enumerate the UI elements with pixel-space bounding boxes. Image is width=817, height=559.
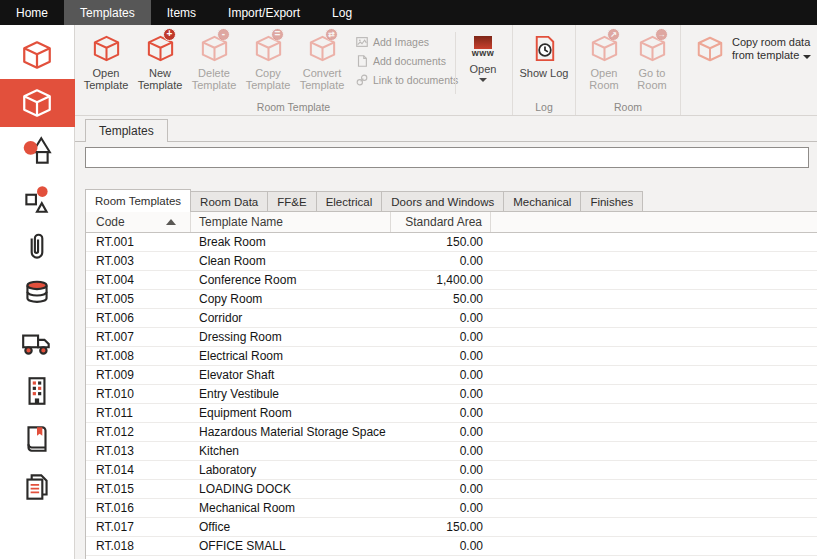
- column-header-standard-area[interactable]: Standard Area: [391, 212, 491, 232]
- tab-finishes[interactable]: Finishes: [581, 191, 643, 212]
- row-standard-area: 0.00: [391, 482, 491, 496]
- row-standard-area: 150.00: [391, 520, 491, 534]
- top-menubar: Home Templates Items Import/Export Log: [0, 0, 817, 25]
- row-template-name: Corridor: [191, 311, 391, 325]
- copy-badge-icon: [271, 28, 284, 41]
- row-standard-area: 0.00: [391, 330, 491, 344]
- templates-table: Code Template Name Standard Area RT.001B…: [85, 211, 817, 559]
- open-room-button[interactable]: Open Room: [580, 28, 628, 92]
- convert-template-button[interactable]: Convert Template: [295, 28, 349, 92]
- tab-doors-and-windows[interactable]: Doors and Windows: [382, 191, 504, 212]
- row-standard-area: 0.00: [391, 539, 491, 553]
- row-standard-area: 0.00: [391, 368, 491, 382]
- tab-electrical[interactable]: Electrical: [317, 191, 383, 212]
- table-row[interactable]: RT.001Break Room150.00: [86, 233, 817, 252]
- table-row[interactable]: RT.018OFFICE SMALL0.00: [86, 537, 817, 556]
- column-header-template-name[interactable]: Template Name: [191, 212, 391, 232]
- document-icon: [355, 54, 369, 68]
- filter-input[interactable]: [85, 147, 809, 168]
- tab-room-data[interactable]: Room Data: [191, 191, 268, 212]
- show-log-button[interactable]: Show Log: [517, 28, 571, 79]
- row-code: RT.010: [86, 387, 191, 401]
- sidebar-item-finance[interactable]: [0, 271, 75, 319]
- www-label: www: [472, 49, 495, 58]
- document-tab-templates[interactable]: Templates: [85, 119, 168, 142]
- row-standard-area: 150.00: [391, 235, 491, 249]
- table-row[interactable]: RT.003Clean Room0.00: [86, 252, 817, 271]
- sidebar-item-logistics[interactable]: [0, 319, 75, 367]
- link-icon: [355, 73, 369, 87]
- ribbon-group-room-template: Open Template New Template Delete Templa…: [75, 25, 513, 115]
- delete-template-button[interactable]: Delete Template: [187, 28, 241, 92]
- sidebar-item-items[interactable]: [0, 175, 75, 223]
- convert-template-label: Convert Template: [295, 67, 349, 92]
- application-window: Home Templates Items Import/Export Log: [0, 0, 817, 559]
- table-row[interactable]: RT.013Kitchen0.00: [86, 442, 817, 461]
- sort-ascending-icon: [166, 219, 176, 225]
- table-row[interactable]: RT.004Conference Room1,400.00: [86, 271, 817, 290]
- sidebar-item-catalog[interactable]: [0, 415, 75, 463]
- row-code: RT.008: [86, 349, 191, 363]
- column-header-code[interactable]: Code: [86, 212, 191, 232]
- link-to-documents-button[interactable]: Link to documents: [355, 73, 450, 87]
- open-template-button[interactable]: Open Template: [79, 28, 133, 92]
- copy-room-data-button[interactable]: Copy room data from template: [685, 28, 817, 64]
- table-row[interactable]: RT.007Dressing Room0.00: [86, 328, 817, 347]
- menu-home[interactable]: Home: [0, 0, 64, 25]
- tab-room-templates[interactable]: Room Templates: [85, 189, 191, 212]
- table-row[interactable]: RT.015LOADING DOCK0.00: [86, 480, 817, 499]
- sidebar-item-rooms[interactable]: [0, 31, 75, 79]
- row-code: RT.018: [86, 539, 191, 553]
- table-row[interactable]: RT.017Office150.00: [86, 518, 817, 537]
- add-images-button[interactable]: Add Images: [355, 35, 450, 49]
- cube-active-icon: [20, 86, 54, 120]
- table-row[interactable]: RT.012Hazardous Material Storage Space0.…: [86, 423, 817, 442]
- sidebar-item-buildings[interactable]: [0, 367, 75, 415]
- sidebar-item-templates[interactable]: [0, 79, 75, 127]
- new-template-button[interactable]: New Template: [133, 28, 187, 92]
- show-log-label: Show Log: [520, 67, 569, 79]
- row-standard-area: 0.00: [391, 387, 491, 401]
- cube-icon: [91, 33, 122, 64]
- table-row[interactable]: RT.006Corridor0.00: [86, 309, 817, 328]
- menu-import-export[interactable]: Import/Export: [212, 0, 316, 25]
- row-code: RT.006: [86, 311, 191, 325]
- table-row[interactable]: RT.009Elevator Shaft0.00: [86, 366, 817, 385]
- table-row[interactable]: RT.014Laboratory0.00: [86, 461, 817, 480]
- tab-mechanical[interactable]: Mechanical: [504, 191, 581, 212]
- tab-ffe[interactable]: FF&E: [268, 191, 316, 212]
- table-row[interactable]: RT.011Equipment Room0.00: [86, 404, 817, 423]
- www-open-icon: www: [466, 31, 500, 61]
- minus-badge-icon: [217, 28, 230, 41]
- row-template-name: Kitchen: [191, 444, 391, 458]
- menu-items[interactable]: Items: [151, 0, 212, 25]
- convert-badge-icon: [325, 28, 338, 41]
- row-template-name: LOADING DOCK: [191, 482, 391, 496]
- pages-icon: [20, 470, 54, 504]
- sidebar-item-shapes[interactable]: [0, 127, 75, 175]
- table-row[interactable]: RT.010Entry Vestibule0.00: [86, 385, 817, 404]
- open-web-button[interactable]: www Open: [458, 28, 508, 82]
- column-header-empty: [491, 212, 817, 232]
- add-documents-button[interactable]: Add documents: [355, 54, 450, 68]
- go-to-room-button[interactable]: Go to Room: [628, 28, 676, 92]
- table-row[interactable]: RT.016Mechanical Room0.00: [86, 499, 817, 518]
- menu-log[interactable]: Log: [316, 0, 368, 25]
- module-sidebar: [0, 25, 75, 559]
- go-to-room-label: Go to Room: [628, 67, 676, 92]
- row-code: RT.015: [86, 482, 191, 496]
- copy-template-label: Copy Template: [241, 67, 295, 92]
- table-row[interactable]: RT.005Copy Room50.00: [86, 290, 817, 309]
- row-template-name: Equipment Room: [191, 406, 391, 420]
- menu-templates[interactable]: Templates: [64, 0, 151, 25]
- truck-icon: [20, 326, 54, 360]
- document-tab-label: Templates: [99, 124, 154, 138]
- sidebar-item-reports[interactable]: [0, 463, 75, 511]
- sidebar-item-attachments[interactable]: [0, 223, 75, 271]
- table-row[interactable]: RT.008Electrical Room0.00: [86, 347, 817, 366]
- row-code: RT.014: [86, 463, 191, 477]
- row-template-name: Dressing Room: [191, 330, 391, 344]
- link-to-documents-label: Link to documents: [373, 74, 458, 86]
- copy-template-button[interactable]: Copy Template: [241, 28, 295, 92]
- row-standard-area: 0.00: [391, 349, 491, 363]
